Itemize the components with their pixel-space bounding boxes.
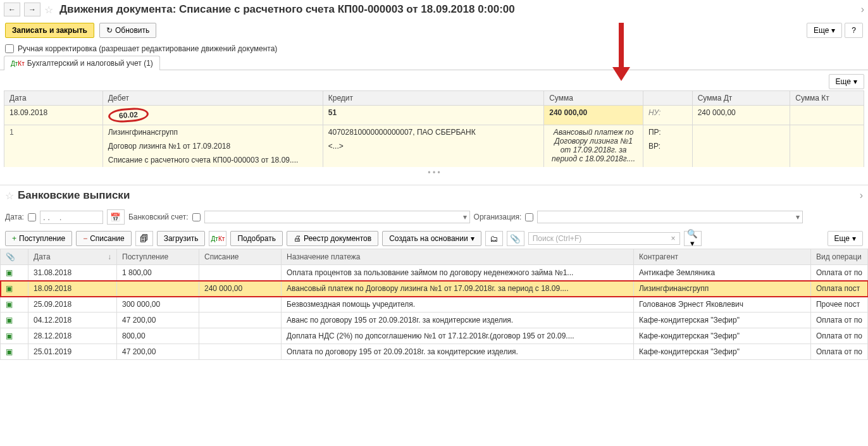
- entry-more-button[interactable]: Еще ▾: [829, 74, 864, 89]
- cell-income: 47 200,00: [117, 313, 199, 328]
- create-basis-button[interactable]: Создать на основании ▾: [382, 231, 481, 246]
- cell-purpose: Доплата НДС (2%) по допсоглашению №1 от …: [282, 328, 634, 344]
- doc-icon: ▣: [6, 331, 13, 340]
- save-close-button[interactable]: Записать и закрыть: [5, 23, 94, 38]
- bank-col-income[interactable]: Поступление: [117, 249, 199, 265]
- search-field[interactable]: Поиск (Ctrl+F) ×: [528, 232, 680, 245]
- col-date[interactable]: Дата: [4, 91, 103, 106]
- entry-num: 1: [4, 125, 103, 140]
- cell-oper: Оплата от по: [810, 265, 867, 281]
- debit-sub2[interactable]: Договор лизинга №1 от 17.09.2018: [102, 139, 323, 153]
- favorite-star-icon[interactable]: ☆: [44, 4, 53, 16]
- entry-credit[interactable]: 51: [323, 106, 543, 125]
- manual-correction-label: Ручная корректировка (разрешает редактир…: [18, 44, 277, 53]
- debit-sub3[interactable]: Списание с расчетного счета КП00-000003 …: [102, 153, 323, 167]
- col-sumkt[interactable]: Сумма Кт: [790, 91, 864, 106]
- doc-icon: ▣: [6, 316, 13, 325]
- entry-sumkt[interactable]: [790, 106, 864, 125]
- favorite-star-icon-2[interactable]: ☆: [5, 190, 14, 202]
- manual-correction-checkbox[interactable]: [5, 44, 14, 53]
- debit-sub1[interactable]: Лизингфинансгрупп: [102, 125, 323, 140]
- cell-counterparty: Кафе-кондитерская "Зефир": [633, 313, 810, 328]
- cell-date: 31.08.2018: [28, 265, 117, 281]
- bank-row[interactable]: ▣25.09.2018300 000,00Безвозмездная помощ…: [1, 297, 868, 313]
- nav-back-button[interactable]: ←: [4, 3, 20, 16]
- attachments-button[interactable]: 📎: [507, 231, 524, 246]
- credit-sub1[interactable]: 40702810000000000007, ПАО СБЕРБАНК: [323, 125, 543, 140]
- pick-button[interactable]: Подобрать: [230, 231, 282, 246]
- annotation-circle: 60.02: [108, 107, 149, 123]
- sum-desc: Авансовый платеж по Договору лизинга №1 …: [544, 125, 643, 168]
- cell-income: 800,00: [117, 328, 199, 344]
- splitter-handle[interactable]: • • •: [4, 167, 864, 178]
- bank-filter-checkbox[interactable]: [192, 213, 201, 221]
- bank-row[interactable]: ▣18.09.2018240 000,00Авансовый платеж по…: [1, 281, 868, 297]
- income-button[interactable]: + Поступление: [5, 231, 72, 246]
- cell-outcome: [199, 313, 282, 328]
- search-button[interactable]: 🔍 ▾: [684, 231, 702, 246]
- cell-counterparty: Голованов Эрнест Яковлевич: [633, 297, 810, 313]
- col-sumdt[interactable]: Сумма Дт: [692, 91, 790, 106]
- chevron-right-icon-2[interactable]: ›: [860, 190, 863, 201]
- cell-counterparty: Кафе-кондитерская "Зефир": [633, 328, 810, 344]
- nav-forward-button[interactable]: →: [24, 3, 40, 16]
- cell-income: [117, 281, 199, 297]
- load-button[interactable]: Загрузить: [157, 231, 206, 246]
- clear-search-icon[interactable]: ×: [671, 234, 676, 243]
- copy-button[interactable]: 🗐: [135, 231, 153, 246]
- cell-purpose: Оплата процентов за пользование займом п…: [282, 265, 634, 281]
- org-filter-checkbox[interactable]: [525, 213, 533, 221]
- cell-date: 25.09.2018: [28, 297, 117, 313]
- outcome-button[interactable]: − Списание: [76, 231, 132, 246]
- bank-col-counterparty[interactable]: Контрагент: [633, 249, 810, 265]
- cell-purpose: Аванс по договору 195 от 20.09.2018г. за…: [282, 313, 634, 328]
- chevron-right-icon[interactable]: ›: [861, 4, 864, 15]
- bank-col-date[interactable]: Дата↓: [28, 249, 117, 265]
- registry-button[interactable]: 🖨 Реестр документов: [287, 231, 378, 246]
- cell-income: 1 800,00: [117, 265, 199, 281]
- cell-oper: Оплата от по: [810, 328, 867, 344]
- cell-outcome: [199, 297, 282, 313]
- entry-sumdt[interactable]: 240 000,00: [692, 106, 790, 125]
- credit-sub2[interactable]: <...>: [323, 139, 543, 153]
- cell-purpose: Оплата по договору 195 от 20.09.2018г. з…: [282, 344, 634, 360]
- related-button[interactable]: 🗂: [485, 231, 503, 246]
- entry-sum[interactable]: 240 000,00: [544, 106, 643, 125]
- bank-more-button[interactable]: Еще ▾: [828, 231, 863, 246]
- tab-accounting[interactable]: ДтКт Бухгалтерский и налоговый учет (1): [4, 56, 160, 70]
- calendar-button[interactable]: 📅: [107, 209, 125, 225]
- page-title: Движения документа: Списание с расчетног…: [59, 3, 515, 16]
- entry-debit[interactable]: 60.02: [102, 106, 323, 125]
- plus-icon: +: [12, 234, 16, 243]
- bank-row[interactable]: ▣31.08.20181 800,00Оплата процентов за п…: [1, 265, 868, 281]
- help-button[interactable]: ?: [845, 23, 863, 38]
- attach-icon: 📎: [6, 252, 15, 261]
- cell-oper: Оплата от по: [810, 313, 867, 328]
- org-combo[interactable]: ▾: [537, 211, 803, 223]
- cell-counterparty: Лизингфинансгрупп: [633, 281, 810, 297]
- bank-combo[interactable]: ▾: [204, 211, 470, 223]
- bank-col-purpose[interactable]: Назначение платежа: [282, 249, 634, 265]
- bank-col-outcome[interactable]: Списание: [199, 249, 282, 265]
- org-filter-label: Организация:: [474, 213, 522, 221]
- bank-row[interactable]: ▣04.12.201847 200,00Аванс по договору 19…: [1, 313, 868, 328]
- col-debit[interactable]: Дебет: [102, 91, 323, 106]
- date-filter-checkbox[interactable]: [28, 213, 36, 221]
- refresh-button[interactable]: ↻ Обновить: [99, 23, 156, 38]
- bank-col-oper[interactable]: Вид операци: [810, 249, 867, 265]
- bank-row[interactable]: ▣28.12.2018800,00Доплата НДС (2%) по доп…: [1, 328, 868, 344]
- doc-icon: ▣: [6, 268, 13, 277]
- col-sum[interactable]: Сумма: [544, 91, 643, 106]
- date-filter-label: Дата:: [5, 213, 24, 221]
- entry-date[interactable]: 18.09.2018: [4, 106, 103, 125]
- dtkt-button[interactable]: ДтКт: [209, 231, 226, 246]
- bank-row[interactable]: ▣25.01.201947 200,00Оплата по договору 1…: [1, 344, 868, 360]
- bank-table: 📎 Дата↓ Поступление Списание Назначение …: [0, 249, 868, 360]
- date-filter-input[interactable]: [40, 211, 103, 224]
- cell-income: 47 200,00: [117, 344, 199, 360]
- toolbar-main: Записать и закрыть ↻ Обновить Еще ▾ ?: [0, 19, 868, 42]
- doc-icon: ▣: [6, 300, 13, 309]
- more-button[interactable]: Еще ▾: [807, 23, 842, 38]
- col-credit[interactable]: Кредит: [323, 91, 543, 106]
- cell-purpose: Авансовый платеж по Договору лизинга №1 …: [282, 281, 634, 297]
